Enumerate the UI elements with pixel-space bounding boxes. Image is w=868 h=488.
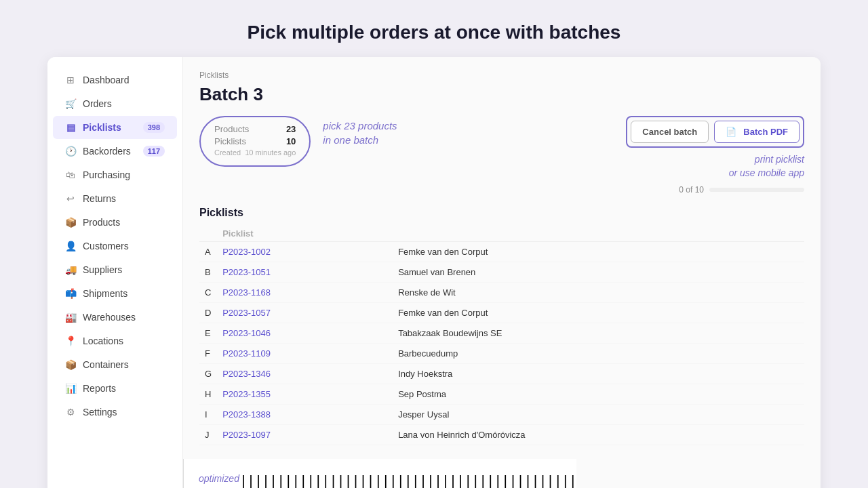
- picklists-section-title: Picklists: [199, 207, 804, 219]
- created-label: Created: [214, 148, 241, 157]
- sidebar-item-label: Returns: [83, 193, 116, 204]
- left-panel: Picklists Batch 3 Products 23 Picklists …: [183, 57, 821, 459]
- preview-right: ||||||||||||||||||||||||||||||||||||||||…: [239, 472, 576, 488]
- sidebar-item-label: Customers: [83, 241, 129, 251]
- container-icon: 📦: [65, 359, 76, 370]
- warehouse-icon: 🏭: [65, 312, 76, 323]
- sidebar-item-suppliers[interactable]: 🚚 Suppliers: [53, 258, 177, 281]
- preview-panel: optimized for routes and zones |||||||||…: [183, 459, 576, 488]
- table-row: F P2023-1109 Barbecuedump: [199, 344, 804, 364]
- preview-header-row: optimized for routes and zones |||||||||…: [199, 472, 561, 488]
- row-name: Renske de Wit: [393, 283, 804, 303]
- sidebar-item-containers[interactable]: 📦 Containers: [53, 353, 177, 376]
- page-title: Pick multiple orders at once with batche…: [248, 0, 621, 57]
- row-letter: C: [199, 283, 217, 303]
- table-row: G P2023-1346 Indy Hoekstra: [199, 364, 804, 384]
- row-order[interactable]: P2023-1046: [217, 323, 393, 344]
- sidebar-item-label: Products: [83, 217, 120, 228]
- row-order[interactable]: P2023-1002: [217, 242, 393, 262]
- row-letter: G: [199, 364, 217, 384]
- sidebar-item-label: Containers: [83, 359, 129, 370]
- sidebar-item-dashboard[interactable]: ⊞ Dashboard: [53, 68, 177, 92]
- batch-title: Batch 3: [199, 84, 804, 105]
- undo-icon: ↩: [65, 193, 76, 204]
- row-order[interactable]: P2023-1097: [217, 425, 393, 445]
- row-letter: I: [199, 405, 217, 425]
- cart-icon: 🛒: [65, 98, 76, 109]
- row-order[interactable]: P2023-1168: [217, 283, 393, 303]
- sidebar-item-purchasing[interactable]: 🛍 Purchasing: [53, 163, 177, 186]
- sidebar-item-backorders[interactable]: 🕐 Backorders 117: [53, 140, 177, 163]
- barcode: ||||||||||||||||||||||||||||||||||||||||…: [239, 472, 576, 488]
- bag-icon: 🛍: [65, 169, 76, 180]
- products-value: 23: [286, 124, 296, 134]
- annotation-routes: optimized for routes and zones: [199, 472, 239, 488]
- sidebar-item-products[interactable]: 📦 Products: [53, 211, 177, 234]
- batch-meta-oval: Products 23 Picklists 10 Created 10 minu…: [199, 116, 311, 167]
- picklists-value: 10: [286, 136, 296, 146]
- sidebar: ⊞ Dashboard 🛒 Orders ▤ Picklists 398 🕐 B…: [47, 57, 183, 488]
- row-letter: D: [199, 303, 217, 323]
- person-icon: 👤: [65, 241, 76, 251]
- progress-label: 0 of 10: [679, 185, 704, 195]
- sidebar-item-picklists[interactable]: ▤ Picklists 398: [53, 116, 177, 139]
- col-name-header: [393, 226, 804, 242]
- col-letter-header: [199, 226, 217, 242]
- sidebar-item-label: Purchasing: [83, 169, 130, 180]
- row-name: Samuel van Brenen: [393, 262, 804, 283]
- sidebar-item-label: Picklists: [83, 122, 121, 133]
- row-order[interactable]: P2023-1109: [217, 344, 393, 364]
- sidebar-item-label: Suppliers: [83, 264, 122, 275]
- sidebar-item-warehouses[interactable]: 🏭 Warehouses: [53, 306, 177, 329]
- sidebar-item-orders[interactable]: 🛒 Orders: [53, 92, 177, 115]
- annotation-print: print picklist or use mobile app: [729, 153, 804, 180]
- app-container: ⊞ Dashboard 🛒 Orders ▤ Picklists 398 🕐 B…: [47, 57, 821, 488]
- row-name: Sep Postma: [393, 384, 804, 405]
- col-picklist-header: Picklist: [217, 226, 393, 242]
- sidebar-item-shipments[interactable]: 📫 Shipments: [53, 282, 177, 305]
- batch-pdf-button[interactable]: 📄Batch PDF: [714, 121, 800, 143]
- row-name: Femke van den Corput: [393, 242, 804, 262]
- breadcrumb: Picklists: [199, 70, 804, 80]
- row-letter: J: [199, 425, 217, 445]
- row-letter: E: [199, 323, 217, 344]
- row-name: Jesper Uysal: [393, 405, 804, 425]
- sidebar-item-reports[interactable]: 📊 Reports: [53, 377, 177, 400]
- row-name: Lana von Heinrich d'Omóróvicza: [393, 425, 804, 445]
- cancel-batch-button[interactable]: Cancel batch: [631, 121, 709, 143]
- row-order[interactable]: P2023-1355: [217, 384, 393, 405]
- row-order[interactable]: P2023-1346: [217, 364, 393, 384]
- clock-icon: 🕐: [65, 146, 76, 157]
- row-letter: F: [199, 344, 217, 364]
- row-letter: B: [199, 262, 217, 283]
- row-name: Femke van den Corput: [393, 303, 804, 323]
- table-row: C P2023-1168 Renske de Wit: [199, 283, 804, 303]
- box-icon: 📦: [65, 217, 76, 228]
- table-row: H P2023-1355 Sep Postma: [199, 384, 804, 405]
- sidebar-item-label: Warehouses: [83, 312, 136, 323]
- barcode-image: ||||||||||||||||||||||||||||||||||||||||…: [239, 472, 576, 488]
- row-order[interactable]: P2023-1051: [217, 262, 393, 283]
- row-order[interactable]: P2023-1057: [217, 303, 393, 323]
- sidebar-item-label: Dashboard: [83, 75, 130, 85]
- row-letter: H: [199, 384, 217, 405]
- sidebar-item-settings[interactable]: ⚙ Settings: [53, 401, 177, 424]
- main-content: Picklists Batch 3 Products 23 Picklists …: [183, 57, 821, 488]
- sidebar-item-label: Shipments: [83, 288, 127, 299]
- table-row: I P2023-1388 Jesper Uysal: [199, 405, 804, 425]
- ship-icon: 📫: [65, 288, 76, 299]
- picklists-badge: 398: [143, 122, 165, 133]
- created-value: 10 minutes ago: [245, 148, 296, 157]
- sidebar-item-returns[interactable]: ↩ Returns: [53, 187, 177, 210]
- gear-icon: ⚙: [65, 407, 76, 418]
- row-name: Barbecuedump: [393, 344, 804, 364]
- progress-row: 0 of 10: [679, 185, 804, 195]
- table-row: A P2023-1002 Femke van den Corput: [199, 242, 804, 262]
- sidebar-item-customers[interactable]: 👤 Customers: [53, 235, 177, 258]
- table-row: B P2023-1051 Samuel van Brenen: [199, 262, 804, 283]
- sidebar-item-label: Settings: [83, 407, 117, 418]
- table-row: E P2023-1046 Tabakzaak Boudewijns SE: [199, 323, 804, 344]
- row-order[interactable]: P2023-1388: [217, 405, 393, 425]
- annotation-pick: pick 23 products in one batch: [323, 119, 397, 147]
- sidebar-item-locations[interactable]: 📍 Locations: [53, 329, 177, 352]
